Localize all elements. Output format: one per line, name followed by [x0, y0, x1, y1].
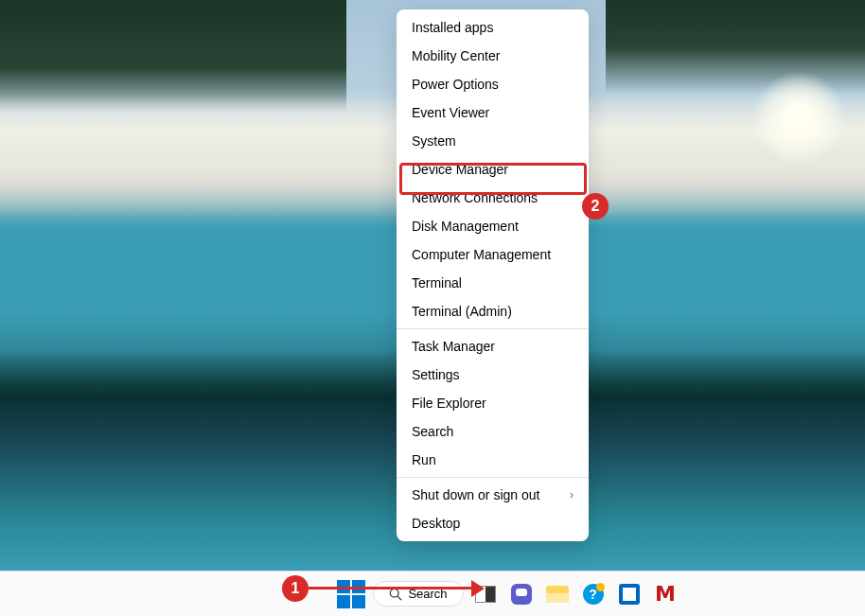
task-view-icon [475, 586, 496, 603]
menu-separator [397, 477, 589, 478]
menu-label: Computer Management [412, 247, 551, 262]
chat-button[interactable] [507, 580, 536, 608]
menu-item-file-explorer[interactable]: File Explorer [397, 389, 589, 417]
mcafee-icon: 𝗠 [655, 582, 676, 607]
chevron-right-icon: › [570, 488, 574, 502]
menu-label: Disk Management [412, 219, 519, 234]
search-label: Search [408, 587, 447, 601]
menu-item-settings[interactable]: Settings [397, 361, 589, 389]
menu-label: Desktop [412, 516, 460, 531]
menu-item-terminal-admin[interactable]: Terminal (Admin) [397, 297, 589, 326]
menu-item-desktop[interactable]: Desktop [397, 509, 589, 537]
search-button[interactable]: Search [373, 581, 463, 607]
menu-label: Settings [412, 367, 460, 382]
menu-item-search[interactable]: Search [397, 417, 589, 446]
menu-label: System [412, 133, 456, 149]
menu-item-system[interactable]: System [397, 127, 589, 155]
menu-label: Task Manager [412, 339, 495, 354]
menu-label: Run [412, 452, 436, 467]
folder-icon [546, 586, 569, 603]
menu-label: Device Manager [412, 162, 508, 177]
menu-label: Installed apps [412, 20, 493, 35]
svg-line-1 [398, 596, 402, 600]
mcafee-button[interactable]: 𝗠 [651, 580, 680, 608]
menu-item-task-manager[interactable]: Task Manager [397, 332, 589, 361]
store-button[interactable] [615, 580, 644, 608]
menu-item-run[interactable]: Run [397, 446, 589, 474]
menu-label: Power Options [412, 77, 499, 92]
taskbar: Search ? 𝗠 [0, 571, 865, 616]
search-icon [389, 588, 402, 601]
store-icon [619, 584, 640, 605]
taskbar-center-group: Search ? 𝗠 [337, 580, 679, 608]
menu-item-shut-down[interactable]: Shut down or sign out › [397, 481, 589, 509]
menu-label: File Explorer [412, 396, 486, 411]
svg-point-0 [391, 589, 399, 597]
task-view-button[interactable] [471, 580, 500, 608]
menu-item-computer-management[interactable]: Computer Management [397, 240, 589, 269]
get-help-button[interactable]: ? [579, 580, 608, 608]
menu-item-terminal[interactable]: Terminal [397, 269, 589, 297]
menu-item-event-viewer[interactable]: Event Viewer [397, 98, 589, 127]
menu-item-disk-management[interactable]: Disk Management [397, 212, 589, 240]
menu-label: Network Connections [412, 190, 538, 205]
menu-label: Terminal [412, 275, 462, 290]
menu-label: Mobility Center [412, 48, 500, 63]
winx-context-menu: Installed apps Mobility Center Power Opt… [397, 9, 589, 541]
menu-label: Search [412, 424, 453, 439]
menu-item-installed-apps[interactable]: Installed apps [397, 13, 589, 42]
wallpaper-sun [751, 71, 846, 166]
menu-separator [397, 328, 589, 329]
menu-item-network-connections[interactable]: Network Connections [397, 184, 589, 212]
file-explorer-button[interactable] [543, 580, 572, 608]
menu-item-mobility-center[interactable]: Mobility Center [397, 42, 589, 70]
chat-icon [511, 584, 532, 605]
help-icon: ? [583, 584, 604, 605]
menu-label: Shut down or sign out [412, 487, 539, 502]
menu-label: Terminal (Admin) [412, 304, 512, 319]
menu-item-device-manager[interactable]: Device Manager [397, 155, 589, 184]
menu-item-power-options[interactable]: Power Options [397, 70, 589, 98]
start-button[interactable] [337, 580, 365, 608]
menu-label: Event Viewer [412, 105, 489, 120]
